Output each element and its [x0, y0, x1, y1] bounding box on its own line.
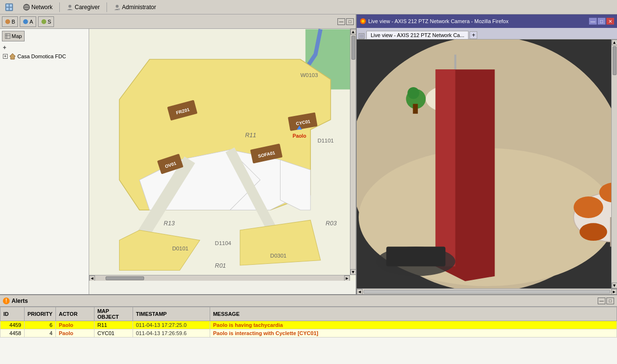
svg-text:D1101: D1101 [318, 138, 334, 143]
alerts-minimize[interactable]: — [598, 298, 605, 304]
svg-text:D0301: D0301 [270, 253, 287, 259]
svg-text:D0101: D0101 [172, 246, 188, 251]
alert-row-2[interactable]: 4458 4 Paolo CYC01 011-04-13 17:26:59.6 … [0, 329, 617, 338]
minimize-button[interactable]: — [337, 18, 345, 25]
caregiver-menu-item[interactable]: Caregiver [64, 3, 103, 12]
map-content: FRZ01 CYC01 Paolo [89, 29, 356, 281]
svg-point-78 [407, 87, 419, 99]
alerts-data-table: ID PRIORITY ACTOR MAP OBJECT TIMESTAMP M… [0, 307, 617, 338]
svg-rect-89 [386, 247, 445, 266]
alert-priority-2: 4 [25, 329, 56, 338]
top-menubar: Network Caregiver Administrator [0, 0, 617, 14]
svg-text:R11: R11 [245, 132, 256, 139]
firefox-minimize[interactable]: — [589, 18, 597, 25]
menu-separator [59, 2, 60, 12]
scroll-down-button[interactable]: ▼ [350, 269, 356, 275]
tree-add-button[interactable]: + [2, 43, 87, 52]
svg-rect-1 [6, 4, 9, 7]
s-icon [41, 19, 47, 25]
s-button[interactable]: S [38, 16, 54, 27]
svg-point-9 [68, 5, 71, 8]
alert-actor-1: Paolo [55, 321, 94, 329]
map-area[interactable]: FRZ01 CYC01 Paolo [89, 29, 356, 294]
house-icon [9, 53, 16, 60]
scroll-up-button[interactable]: ▲ [350, 29, 356, 35]
scroll-thumb-horizontal[interactable] [106, 276, 144, 280]
svg-point-64 [579, 223, 607, 241]
maximize-button[interactable]: □ [346, 18, 354, 25]
app-icon[interactable] [2, 2, 16, 13]
alerts-panel: ! Alerts — □ ID PRIORITY ACTOR MAP OBJEC… [0, 294, 617, 364]
camera-hscroll-right[interactable]: ► [611, 289, 617, 295]
caregiver-icon [67, 4, 73, 11]
firefox-window-controls: — □ ✕ [589, 18, 614, 25]
svg-point-49 [362, 20, 364, 23]
left-panel: B A S — □ [0, 14, 357, 294]
camera-view: ▲ ▼ [357, 39, 617, 288]
administrator-menu-item[interactable]: Administrator [111, 3, 159, 12]
camera-scrollbar-vertical[interactable]: ▲ ▼ [611, 39, 617, 288]
b-button[interactable]: B [2, 16, 18, 27]
firefox-close[interactable]: ✕ [606, 18, 614, 25]
new-tab-button[interactable]: + [469, 31, 477, 39]
b-icon [5, 19, 11, 25]
camera-scroll-down[interactable]: ▼ [612, 283, 617, 288]
map-scrollbar-horizontal[interactable]: ◄ ► [89, 275, 350, 281]
svg-marker-56 [436, 69, 456, 266]
camera-hscroll-thumb[interactable] [363, 290, 610, 294]
split-content: Map + + Casa Domotica FDC [0, 29, 356, 294]
svg-rect-4 [10, 8, 12, 10]
firefox-tab-icon [359, 33, 364, 39]
alert-mapobj-1: R11 [94, 321, 133, 329]
window-controls: — □ [337, 18, 354, 25]
scroll-right-button[interactable]: ► [344, 275, 350, 281]
col-mapobject: MAP OBJECT [94, 307, 133, 321]
svg-point-10 [116, 5, 119, 8]
svg-rect-50 [360, 34, 363, 38]
svg-text:R13: R13 [163, 220, 174, 227]
admin-icon [114, 4, 121, 11]
alerts-win-controls: — □ [598, 298, 614, 304]
svg-rect-3 [6, 8, 9, 10]
svg-point-12 [5, 19, 10, 24]
camera-tab-1[interactable]: Live view - AXIS 212 PTZ Network Ca... [366, 31, 469, 39]
col-timestamp: TIMESTAMP [133, 307, 210, 321]
alert-msg-2: Paolo is interacting with Cyclette [CYC0… [210, 329, 617, 338]
main-area: B A S — □ [0, 14, 617, 364]
svg-point-14 [41, 19, 46, 24]
svg-text:Paolo: Paolo [293, 133, 306, 139]
scroll-thumb-vertical[interactable] [351, 36, 355, 60]
col-actor: ACTOR [55, 307, 94, 321]
alert-id-1: 4459 [0, 321, 25, 329]
network-menu-item[interactable]: Network [20, 3, 55, 12]
camera-scrollbar-horizontal[interactable]: ◄ ► [357, 288, 617, 294]
svg-text:D1104: D1104 [215, 240, 231, 246]
camera-panel: Live view - AXIS 212 PTZ Network Camera … [357, 14, 617, 294]
a-icon [23, 19, 28, 25]
alerts-header-row: ID PRIORITY ACTOR MAP OBJECT TIMESTAMP M… [0, 307, 617, 321]
firefox-maximize[interactable]: □ [598, 18, 605, 25]
svg-rect-15 [5, 34, 10, 39]
tree-casa-item[interactable]: + Casa Domotica FDC [2, 52, 87, 61]
network-icon [23, 4, 30, 11]
map-scrollbar-vertical[interactable]: ▲ ▼ [350, 29, 356, 275]
map-icon [5, 33, 11, 39]
alerts-maximize[interactable]: □ [606, 298, 614, 304]
svg-rect-2 [10, 4, 12, 7]
alert-row-1[interactable]: 4459 6 Paolo R11 011-04-13 17:27:25.0 Pa… [0, 321, 617, 329]
tree-expand-icon[interactable]: + [3, 54, 8, 59]
scroll-left-button[interactable]: ◄ [89, 275, 95, 281]
svg-text:R03: R03 [325, 220, 336, 227]
firefox-titlebar: Live view - AXIS 212 PTZ Network Camera … [357, 14, 617, 28]
col-message: MESSAGE [210, 307, 617, 321]
camera-hscroll-left[interactable]: ◄ [357, 289, 362, 295]
alert-ts-1: 011-04-13 17:27:25.0 [133, 321, 210, 329]
camera-scroll-thumb[interactable] [613, 46, 617, 75]
alert-priority-1: 6 [25, 321, 56, 329]
page-icon [359, 34, 364, 39]
camera-scroll-up[interactable]: ▲ [612, 39, 617, 45]
a-button[interactable]: A [20, 16, 36, 27]
svg-text:R01: R01 [215, 262, 226, 269]
map-tab[interactable]: Map [2, 31, 25, 41]
left-panel-toolbar: B A S — □ [0, 14, 356, 29]
